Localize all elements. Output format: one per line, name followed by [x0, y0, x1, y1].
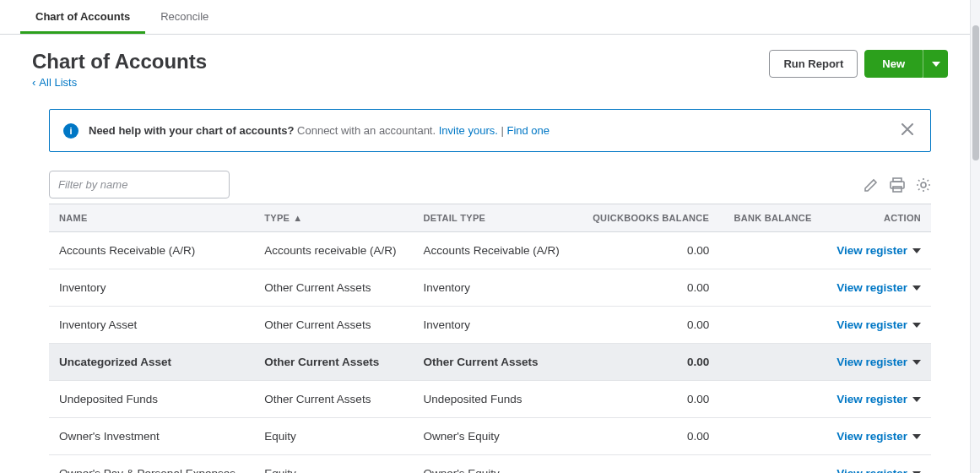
cell-action: View register — [822, 455, 931, 474]
cell-bank-balance — [719, 269, 821, 307]
cell-type: Equity — [254, 418, 413, 455]
cell-bank-balance — [719, 232, 821, 269]
cell-action: View register — [822, 418, 931, 455]
table-row: Inventory AssetOther Current AssetsInven… — [49, 307, 931, 344]
table-row: Accounts Receivable (A/R)Accounts receiv… — [49, 232, 931, 269]
table-tools — [864, 177, 931, 193]
banner-text: Connect with an accountant. — [297, 124, 436, 137]
table-row: InventoryOther Current AssetsInventory0.… — [49, 269, 931, 307]
view-register-link[interactable]: View register — [837, 467, 921, 473]
cell-qb-balance: 0.00 — [577, 269, 719, 307]
cell-qb-balance: 0.00 — [577, 307, 719, 344]
cell-name: Owner's Investment — [49, 418, 254, 455]
banner-invite-link[interactable]: Invite yours. — [439, 124, 498, 137]
new-button[interactable]: New — [864, 50, 923, 78]
page-title: Chart of Accounts — [32, 50, 207, 73]
scrollbar-thumb[interactable] — [972, 25, 979, 160]
view-register-link[interactable]: View register — [837, 393, 921, 405]
cell-detail: Undeposited Funds — [413, 381, 577, 418]
cell-detail: Owner's Equity — [413, 455, 577, 474]
view-register-link[interactable]: View register — [837, 244, 921, 257]
cell-action: View register — [822, 381, 931, 418]
pencil-icon[interactable] — [864, 177, 879, 193]
col-detail[interactable]: DETAIL TYPE — [413, 204, 577, 232]
help-banner: i Need help with your chart of accounts?… — [49, 109, 931, 152]
col-qb-balance[interactable]: QUICKBOOKS BALANCE — [577, 204, 719, 232]
cell-bank-balance — [719, 344, 821, 381]
cell-name: Accounts Receivable (A/R) — [49, 232, 254, 269]
col-type[interactable]: TYPE▲ — [254, 204, 413, 232]
info-icon: i — [63, 123, 79, 139]
view-register-link[interactable]: View register — [837, 318, 921, 331]
cell-detail: Inventory — [413, 269, 577, 307]
help-banner-content: i Need help with your chart of accounts?… — [63, 123, 550, 139]
svg-point-3 — [921, 182, 926, 188]
caret-down-icon — [912, 248, 921, 253]
caret-down-icon — [912, 323, 921, 328]
caret-down-icon — [912, 397, 921, 402]
table-row: Uncategorized AssetOther Current AssetsO… — [49, 344, 931, 381]
view-register-link[interactable]: View register — [837, 430, 921, 443]
cell-name: Inventory — [49, 269, 254, 307]
caret-down-icon — [932, 62, 940, 67]
cell-action: View register — [822, 232, 931, 269]
cell-qb-balance: 0.00 — [577, 344, 719, 381]
table-row: Undeposited FundsOther Current AssetsUnd… — [49, 381, 931, 418]
table-row: Owner's InvestmentEquityOwner's Equity0.… — [49, 418, 931, 455]
cell-name: Uncategorized Asset — [49, 344, 254, 381]
cell-action: View register — [822, 269, 931, 307]
filter-input[interactable] — [49, 171, 230, 198]
cell-bank-balance — [719, 307, 821, 344]
col-action: ACTION — [822, 204, 931, 232]
cell-detail: Other Current Assets — [413, 344, 577, 381]
cell-name: Undeposited Funds — [49, 381, 254, 418]
caret-down-icon — [912, 285, 921, 291]
chevron-left-icon: ‹ — [32, 76, 35, 89]
scrollbar[interactable] — [970, 0, 980, 473]
cell-name: Owner's Pay & Personal Expenses — [49, 455, 254, 474]
tab-chart-of-accounts[interactable]: Chart of Accounts — [20, 0, 145, 34]
cell-qb-balance: 0.00 — [577, 418, 719, 455]
cell-type: Other Current Assets — [254, 381, 413, 418]
sort-asc-icon: ▲ — [293, 213, 302, 223]
cell-detail: Accounts Receivable (A/R) — [413, 232, 577, 269]
page-title-block: Chart of Accounts ‹ All Lists — [32, 50, 207, 89]
cell-bank-balance — [719, 381, 821, 418]
cell-type: Equity — [254, 455, 413, 474]
gear-icon[interactable] — [916, 177, 931, 193]
cell-qb-balance — [577, 455, 719, 474]
cell-type: Other Current Assets — [254, 344, 413, 381]
banner-find-link[interactable]: Find one — [506, 124, 550, 137]
tab-reconcile[interactable]: Reconcile — [145, 0, 224, 34]
banner-bold: Need help with your chart of accounts? — [89, 124, 294, 137]
cell-qb-balance: 0.00 — [577, 381, 719, 418]
header-actions: Run Report New — [769, 50, 948, 78]
svg-rect-2 — [893, 187, 901, 192]
cell-type: Other Current Assets — [254, 307, 413, 344]
view-register-link[interactable]: View register — [837, 356, 921, 368]
top-tabs: Chart of Accounts Reconcile — [0, 0, 980, 35]
breadcrumb-label: All Lists — [39, 76, 77, 89]
new-dropdown-button[interactable] — [923, 50, 948, 78]
cell-detail: Owner's Equity — [413, 418, 577, 455]
cell-type: Other Current Assets — [254, 269, 413, 307]
cell-action: View register — [822, 307, 931, 344]
cell-bank-balance — [719, 418, 821, 455]
cell-bank-balance — [719, 455, 821, 474]
col-name[interactable]: NAME — [49, 204, 254, 232]
breadcrumb-all-lists[interactable]: ‹ All Lists — [32, 76, 77, 89]
cell-action: View register — [822, 344, 931, 381]
view-register-link[interactable]: View register — [837, 281, 921, 294]
cell-name: Inventory Asset — [49, 307, 254, 344]
run-report-button[interactable]: Run Report — [769, 50, 858, 78]
close-icon[interactable] — [898, 120, 917, 141]
table-row: Owner's Pay & Personal ExpensesEquityOwn… — [49, 455, 931, 474]
caret-down-icon — [912, 360, 921, 365]
cell-type: Accounts receivable (A/R) — [254, 232, 413, 269]
accounts-table: NAME TYPE▲ DETAIL TYPE QUICKBOOKS BALANC… — [49, 204, 931, 473]
cell-detail: Inventory — [413, 307, 577, 344]
printer-icon[interactable] — [889, 177, 906, 193]
cell-qb-balance: 0.00 — [577, 232, 719, 269]
caret-down-icon — [912, 434, 921, 439]
col-bank-balance[interactable]: BANK BALANCE — [719, 204, 821, 232]
